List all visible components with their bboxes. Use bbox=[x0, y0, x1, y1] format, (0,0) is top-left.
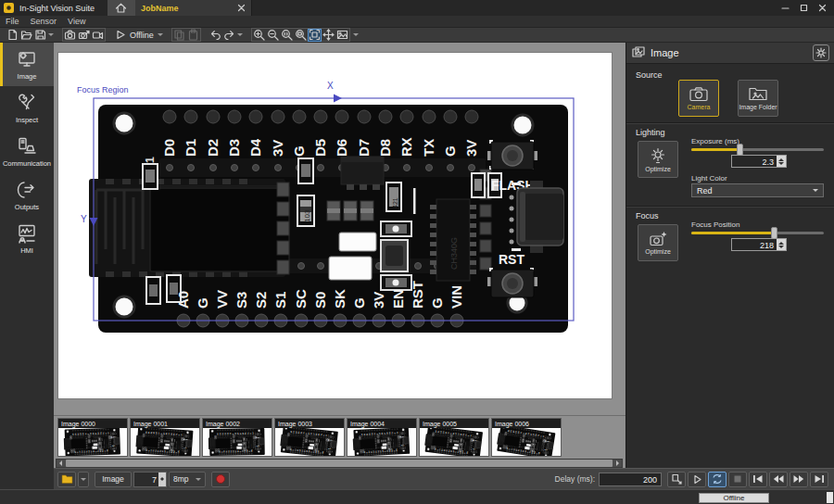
y-axis-label: Y bbox=[81, 214, 87, 224]
undo-button[interactable] bbox=[208, 29, 222, 42]
scrollbar-thumb[interactable] bbox=[66, 460, 613, 467]
sidebar-item-hmi[interactable]: HMI bbox=[0, 217, 54, 260]
focus-optimize-button[interactable]: Optimize bbox=[638, 224, 678, 261]
filmstrip-thumbnail[interactable]: Image 0006 bbox=[491, 418, 562, 457]
sidebar-item-label: Inspect bbox=[16, 116, 38, 124]
undo-dropdown[interactable] bbox=[236, 29, 244, 42]
previous-frame-button[interactable] bbox=[769, 472, 788, 487]
focus-spinner[interactable] bbox=[777, 239, 786, 250]
camera-icon bbox=[689, 86, 708, 102]
paste-button[interactable] bbox=[186, 29, 200, 42]
folder-icon bbox=[61, 473, 73, 485]
zoom-dropdown[interactable] bbox=[352, 29, 360, 42]
close-window-button[interactable] bbox=[817, 4, 827, 13]
thumbnail-image bbox=[131, 428, 199, 456]
record-sequence-button[interactable] bbox=[91, 29, 105, 42]
sidebar-item-image[interactable]: Image bbox=[0, 43, 54, 86]
source-camera-button[interactable]: Camera bbox=[678, 80, 719, 117]
step-acquire-button[interactable] bbox=[667, 472, 686, 487]
focus-region-label: Focus Region bbox=[77, 85, 129, 94]
sidebar-item-label: Outputs bbox=[15, 203, 39, 211]
focus-position-slider[interactable] bbox=[691, 232, 824, 234]
pan-button[interactable] bbox=[322, 29, 335, 42]
panel-settings-button[interactable] bbox=[813, 44, 829, 61]
zoom-fit-button[interactable] bbox=[308, 29, 322, 42]
lighting-optimize-button[interactable]: Optimize bbox=[638, 141, 678, 178]
menu-file[interactable]: File bbox=[6, 17, 19, 26]
zoom-actual-size-button[interactable] bbox=[280, 29, 294, 42]
exposure-spinner[interactable] bbox=[777, 156, 786, 167]
stop-button[interactable] bbox=[728, 472, 747, 487]
acquire-image-button[interactable] bbox=[63, 29, 77, 42]
open-job-button[interactable] bbox=[19, 29, 33, 42]
thumbnail-image bbox=[420, 428, 488, 456]
sidebar-item-communication[interactable]: Communication bbox=[0, 130, 54, 173]
save-dropdown[interactable] bbox=[47, 29, 55, 42]
folder-dropdown-button[interactable] bbox=[78, 472, 89, 487]
zoom-out-button[interactable] bbox=[266, 29, 280, 42]
run-mode-dropdown[interactable] bbox=[157, 29, 164, 42]
first-frame-button[interactable] bbox=[749, 472, 767, 487]
home-tab[interactable] bbox=[107, 0, 135, 16]
image-mode-button[interactable]: Image bbox=[95, 472, 132, 487]
filmstrip-thumbnail[interactable]: Image 0002 bbox=[202, 418, 272, 457]
filmstrip-thumbnail[interactable]: Image 0004 bbox=[347, 418, 417, 457]
devices-icon bbox=[16, 135, 38, 158]
image-display-button[interactable] bbox=[335, 29, 349, 42]
resolution-select[interactable]: 8mp bbox=[169, 472, 206, 487]
redo-button[interactable] bbox=[222, 29, 236, 42]
new-job-button[interactable] bbox=[6, 29, 19, 42]
menu-sensor[interactable]: Sensor bbox=[31, 17, 57, 26]
loop-button[interactable] bbox=[708, 472, 727, 487]
image-panel-icon bbox=[632, 46, 645, 59]
source-image-folder-button[interactable]: Image Folder bbox=[738, 80, 778, 117]
menu-view[interactable]: View bbox=[68, 17, 85, 26]
scroll-left-arrow[interactable] bbox=[57, 460, 65, 467]
light-color-select[interactable]: Red bbox=[691, 183, 824, 197]
zoom-region-button[interactable] bbox=[294, 29, 308, 42]
image-settings-panel: Image Source Camera Image Folder Lightin… bbox=[626, 43, 834, 489]
maximize-button[interactable] bbox=[799, 4, 808, 13]
resize-grip[interactable] bbox=[827, 492, 833, 503]
focus-optimize-icon bbox=[650, 231, 667, 246]
zoom-in-button[interactable] bbox=[252, 29, 266, 42]
sidebar-item-outputs[interactable]: Outputs bbox=[0, 173, 54, 217]
run-mode-play-icon[interactable] bbox=[113, 29, 127, 42]
copy-button[interactable] bbox=[172, 29, 186, 42]
delay-input[interactable] bbox=[599, 472, 662, 486]
camera-image-view[interactable]: Focus Region X Y bbox=[57, 52, 613, 399]
image-canvas[interactable]: Focus Region X Y bbox=[54, 43, 626, 415]
job-tab[interactable]: JobName bbox=[135, 0, 252, 16]
filmstrip-thumbnail[interactable]: Image 0001 bbox=[130, 418, 200, 457]
filmstrip-thumbnail[interactable]: Image 0000 bbox=[57, 418, 128, 457]
in-sight-vision-suite-window: In-Sight Vision Suite JobName File bbox=[0, 0, 834, 504]
status-bar: Offline bbox=[0, 489, 834, 504]
filmstrip-scrollbar[interactable] bbox=[56, 459, 623, 468]
left-sidebar: Image Inspect Communication Outputs bbox=[0, 43, 54, 489]
skip-last-icon bbox=[814, 474, 825, 484]
open-image-folder-button[interactable] bbox=[57, 472, 76, 487]
scroll-right-arrow[interactable] bbox=[613, 460, 622, 467]
exposure-slider[interactable] bbox=[691, 148, 824, 151]
tools-icon bbox=[16, 92, 38, 114]
play-button[interactable] bbox=[688, 472, 706, 487]
save-job-button[interactable] bbox=[33, 29, 47, 42]
outputs-arrow-icon bbox=[16, 179, 38, 201]
exposure-value-spinbox[interactable]: 2.3 bbox=[731, 155, 787, 168]
main-toolbar: Offline bbox=[0, 28, 834, 43]
sidebar-item-inspect[interactable]: Inspect bbox=[0, 86, 54, 130]
image-folder-icon bbox=[749, 86, 767, 102]
last-frame-button[interactable] bbox=[810, 472, 828, 487]
acquire-export-button[interactable] bbox=[77, 29, 91, 42]
next-frame-button[interactable] bbox=[790, 472, 808, 487]
record-button[interactable] bbox=[211, 472, 230, 487]
frame-spinner[interactable] bbox=[158, 472, 166, 486]
focus-heading: Focus bbox=[636, 211, 659, 220]
filmstrip-thumbnail[interactable]: Image 0005 bbox=[419, 418, 489, 457]
filmstrip-thumbnail[interactable]: Image 0003 bbox=[274, 418, 345, 457]
frame-number-stepper[interactable]: 7 bbox=[133, 472, 167, 487]
run-mode-label[interactable]: Offline bbox=[127, 31, 157, 40]
focus-value-spinbox[interactable]: 218 bbox=[731, 238, 787, 251]
close-tab-icon[interactable] bbox=[237, 4, 246, 12]
minimize-button[interactable] bbox=[780, 4, 790, 13]
